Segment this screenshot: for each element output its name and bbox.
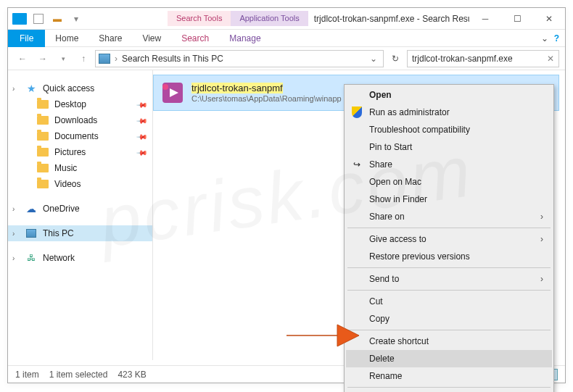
menu-separator — [347, 228, 551, 228]
folder-icon — [37, 146, 49, 158]
onedrive-icon: ☁ — [25, 203, 37, 214]
folder-icon — [37, 162, 49, 174]
status-item-count: 1 item — [15, 370, 39, 380]
tab-search[interactable]: Search — [171, 30, 219, 46]
chevron-right-icon: › — [540, 212, 543, 222]
exe-icon — [160, 80, 186, 106]
help-icon[interactable]: ? — [554, 33, 559, 43]
nav-network[interactable]: › 🖧 Network — [8, 250, 152, 266]
menu-pin-start[interactable]: Pin to Start — [346, 138, 552, 156]
chevron-right-icon[interactable]: › — [12, 230, 15, 238]
menu-share[interactable]: ↪ Share — [346, 156, 552, 173]
file-name: trjdlcot-trokan-sanpmf — [191, 83, 283, 93]
qat-properties-icon[interactable] — [30, 10, 47, 28]
maximize-button[interactable]: ☐ — [501, 8, 533, 30]
contextual-tabs: Search Tools Application Tools — [168, 11, 308, 26]
tab-manage[interactable]: Manage — [219, 30, 271, 46]
chevron-right-icon: › — [540, 234, 543, 244]
menu-create-shortcut[interactable]: Create shortcut — [346, 333, 552, 350]
shield-icon — [350, 106, 363, 119]
address-field[interactable]: › Search Results in This PC ⌄ — [95, 50, 384, 67]
folder-icon — [37, 114, 49, 126]
nav-videos[interactable]: Videos — [8, 176, 152, 192]
up-button[interactable]: ↑ — [75, 50, 92, 67]
nav-documents[interactable]: Documents 📌 — [8, 128, 152, 144]
chevron-right-icon[interactable]: › — [12, 205, 15, 213]
forward-button[interactable]: → — [34, 50, 51, 67]
menu-open-mac[interactable]: Open on Mac — [346, 173, 552, 191]
application-tools-tab-header: Application Tools — [231, 11, 308, 26]
tab-share[interactable]: Share — [88, 30, 132, 46]
folder-icon — [37, 130, 49, 142]
menu-separator — [347, 267, 551, 268]
status-size: 423 KB — [118, 370, 146, 380]
nav-desktop[interactable]: Desktop 📌 — [8, 96, 152, 112]
menu-separator — [347, 290, 551, 291]
nav-label: Documents — [54, 131, 99, 141]
network-icon: 🖧 — [25, 252, 37, 264]
nav-label: Network — [43, 253, 75, 263]
chevron-right-icon[interactable]: › — [12, 85, 15, 93]
menu-delete[interactable]: Delete — [346, 350, 552, 367]
nav-label: Downloads — [54, 115, 97, 125]
search-text: trjdlcot-trokan-sanpmf.exe — [412, 54, 513, 64]
search-field[interactable]: trjdlcot-trokan-sanpmf.exe ✕ — [407, 50, 559, 67]
nav-label: OneDrive — [43, 204, 80, 214]
menu-copy[interactable]: Copy — [346, 310, 552, 328]
file-tab[interactable]: File — [8, 30, 45, 47]
status-selected: 1 item selected — [49, 370, 108, 380]
qat-new-folder-icon[interactable]: ▬ — [49, 10, 66, 28]
title-bar: ▬ ▾ Search Tools Application Tools trjdl… — [8, 8, 565, 30]
nav-this-pc[interactable]: › This PC — [8, 225, 152, 241]
search-tools-tab-header: Search Tools — [168, 11, 231, 26]
minimize-button[interactable]: ─ — [469, 8, 501, 30]
menu-cut[interactable]: Cut — [346, 293, 552, 310]
window-title: trjdlcot-trokan-sanpmf.exe - Search Resu… — [308, 14, 469, 24]
nav-pictures[interactable]: Pictures 📌 — [8, 144, 152, 160]
nav-label: Desktop — [54, 99, 86, 109]
svg-point-2 — [162, 84, 168, 90]
search-clear-icon[interactable]: ✕ — [547, 54, 554, 64]
back-button[interactable]: ← — [14, 50, 31, 67]
qat-dropdown-icon[interactable]: ▾ — [67, 10, 85, 28]
ribbon-collapse-icon[interactable]: ⌄ — [541, 33, 548, 43]
close-button[interactable]: ✕ — [533, 8, 565, 30]
nav-quick-access[interactable]: › ★ Quick access — [8, 80, 152, 96]
menu-separator — [347, 330, 551, 330]
menu-run-admin[interactable]: Run as administrator — [346, 104, 552, 121]
nav-onedrive[interactable]: › ☁ OneDrive — [8, 201, 152, 217]
pin-icon: 📌 — [136, 99, 148, 110]
recent-dropdown-icon[interactable]: ▾ — [54, 50, 72, 67]
menu-rename[interactable]: Rename — [346, 367, 552, 385]
tab-view[interactable]: View — [132, 30, 171, 46]
share-icon: ↪ — [350, 158, 363, 171]
address-dropdown-icon[interactable]: ⌄ — [367, 54, 380, 64]
menu-give-access[interactable]: Give access to› — [346, 230, 552, 248]
window-buttons: ─ ☐ ✕ — [469, 8, 565, 30]
menu-troubleshoot[interactable]: Troubleshoot compatibility — [346, 121, 552, 138]
nav-downloads[interactable]: Downloads 📌 — [8, 112, 152, 128]
chevron-right-icon: › — [540, 274, 543, 284]
tab-home[interactable]: Home — [45, 30, 88, 46]
menu-open[interactable]: Open — [346, 86, 552, 104]
address-bar: ← → ▾ ↑ › Search Results in This PC ⌄ ↻ … — [8, 47, 565, 70]
app-icon — [11, 10, 28, 28]
chevron-right-icon[interactable]: › — [12, 254, 15, 262]
menu-separator — [347, 387, 551, 388]
nav-label: Music — [54, 163, 77, 173]
menu-send-to[interactable]: Send to› — [346, 270, 552, 288]
nav-label: Videos — [54, 179, 81, 189]
nav-label: Pictures — [54, 147, 86, 157]
refresh-button[interactable]: ↻ — [387, 50, 404, 67]
navigation-pane: › ★ Quick access Desktop 📌 Downloads 📌 D… — [8, 70, 153, 360]
menu-show-finder[interactable]: Show in Finder — [346, 191, 552, 208]
menu-restore[interactable]: Restore previous versions — [346, 248, 552, 265]
pin-icon: 📌 — [136, 146, 148, 158]
pc-icon — [25, 228, 37, 239]
menu-share-on[interactable]: Share on› — [346, 208, 552, 225]
ribbon: File Home Share View Search Manage ⌄ ? — [8, 30, 565, 47]
pc-icon — [99, 54, 110, 64]
folder-icon — [37, 178, 49, 190]
context-menu: Open Run as administrator Troubleshoot c… — [344, 84, 554, 392]
nav-music[interactable]: Music — [8, 160, 152, 176]
